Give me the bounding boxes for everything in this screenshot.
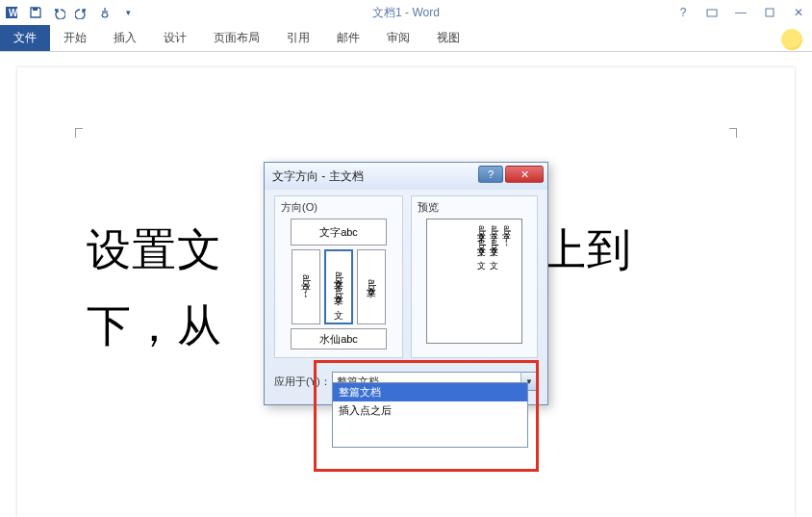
svg-rect-4 — [766, 9, 774, 16]
dialog-title: 文字方向 - 主文档 — [272, 168, 364, 185]
dialog-help-button[interactable]: ? — [478, 166, 503, 183]
qat-dropdown-icon[interactable]: ▾ — [119, 4, 137, 21]
tab-view[interactable]: 视图 — [423, 25, 473, 51]
help-icon[interactable]: ? — [673, 4, 693, 21]
tab-mailings[interactable]: 邮件 — [323, 25, 373, 51]
window-title: 文档1 - Word — [372, 5, 440, 21]
svg-rect-2 — [33, 8, 38, 11]
ribbon-tabs: 文件 开始 插入 设计 页面布局 引用 邮件 审阅 视图 — [0, 25, 812, 52]
save-icon[interactable] — [27, 4, 44, 21]
svg-text:W: W — [9, 8, 18, 18]
orientation-option-v1[interactable]: 字abc→ — [292, 249, 320, 324]
maximize-icon[interactable] — [760, 4, 779, 21]
preview-box: 文字abc文字abc文 字abc文字abc文 字abc→ — [426, 219, 522, 344]
dropdown-option-whole-doc[interactable]: 整篇文档 — [333, 383, 527, 401]
tab-insert[interactable]: 插入 — [100, 25, 150, 51]
dropdown-option-after-cursor[interactable]: 插入点之后 — [333, 401, 527, 420]
preview-label: 预览 — [418, 200, 531, 215]
tab-review[interactable]: 审阅 — [373, 25, 423, 51]
tab-home[interactable]: 开始 — [50, 25, 100, 51]
doc-text-frag: 下，从 — [87, 300, 222, 350]
orientation-option-horizontal[interactable]: 文字abc — [291, 219, 387, 246]
text-direction-dialog: 文字方向 - 主文档 ? ✕ 方向(O) 文字abc 字abc→ 文字abc文字… — [264, 162, 548, 405]
word-icon: W — [4, 4, 21, 21]
tab-references[interactable]: 引用 — [273, 25, 323, 51]
undo-icon[interactable] — [50, 4, 67, 21]
minimize-icon[interactable]: — — [731, 4, 750, 21]
orientation-option-bottom[interactable]: 水仙abc — [291, 328, 387, 349]
svg-rect-3 — [707, 10, 717, 16]
orientation-group: 方向(O) 文字abc 字abc→ 文字abc文字abc文 文字abc 水仙ab… — [274, 195, 403, 358]
orientation-option-v2[interactable]: 文字abc文字abc文 — [324, 249, 353, 324]
titlebar: W ▾ 文档1 - Word ? — ✕ — [0, 0, 812, 25]
preview-col: 文字abc文字abc文 — [477, 225, 488, 337]
margin-marker-left — [75, 128, 83, 138]
apply-to-dropdown: 整篇文档 插入点之后 — [332, 382, 528, 448]
dialog-close-button[interactable]: ✕ — [505, 166, 544, 183]
ribbon-options-icon[interactable] — [702, 4, 722, 21]
apply-to-label: 应用于(Y)： — [274, 375, 332, 389]
close-icon[interactable]: ✕ — [789, 4, 808, 21]
doc-text-frag: 设置文 — [87, 224, 222, 274]
dialog-titlebar[interactable]: 文字方向 - 主文档 ? ✕ — [265, 163, 547, 190]
tab-design[interactable]: 设计 — [150, 25, 200, 51]
margin-marker-right — [729, 128, 737, 138]
emoji-icon — [781, 29, 802, 50]
tab-file[interactable]: 文件 — [0, 25, 50, 51]
preview-col: 字abc→ — [501, 225, 512, 337]
orientation-option-v3[interactable]: 文字abc — [357, 249, 386, 324]
redo-icon[interactable] — [73, 4, 90, 21]
tab-layout[interactable]: 页面布局 — [200, 25, 273, 51]
orientation-label: 方向(O) — [281, 200, 396, 215]
preview-group: 预览 文字abc文字abc文 字abc文字abc文 字abc→ — [411, 195, 538, 358]
touch-icon[interactable] — [96, 4, 114, 21]
preview-col: 字abc文字abc文 — [489, 225, 499, 337]
